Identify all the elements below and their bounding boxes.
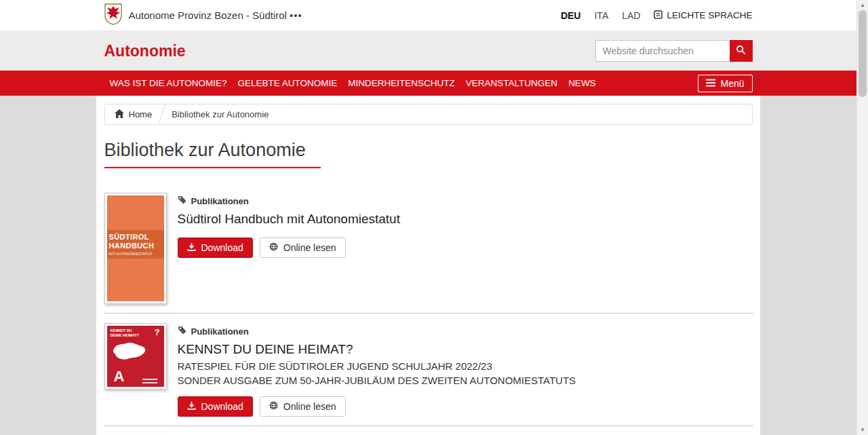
easy-language-label: LEICHTE SPRACHE [667, 10, 752, 20]
category-label: Publikationen [178, 195, 753, 206]
category-label: Publikationen [178, 326, 753, 337]
vertical-scrollbar[interactable]: ▲ ▼ [856, 0, 868, 435]
publication-item: KENNST DU DEINE HEIMAT? ? A [104, 323, 753, 417]
download-icon [187, 242, 196, 253]
page-shell: Autonome Provinz Bozen - Südtirol ••• DE… [0, 0, 856, 435]
lang-lad[interactable]: LAD [622, 10, 640, 21]
cover-image-suedtirol-handbuch: SÜDTIROL HANDBUCH MIT AUTONOMIESTATUT [107, 195, 164, 301]
search-icon [736, 45, 746, 57]
online-read-button[interactable]: Online lesen [260, 238, 346, 258]
search-button[interactable] [730, 40, 753, 62]
cover-text: ? [155, 327, 160, 337]
publication-list: SÜDTIROL HANDBUCH MIT AUTONOMIESTATUT [104, 193, 753, 435]
site-name: Autonome Provinz Bozen - Südtirol [129, 10, 287, 21]
download-button-label: Download [201, 401, 243, 412]
category-text: Publikationen [191, 196, 249, 206]
site-search [595, 40, 753, 62]
map-silhouette [111, 341, 148, 364]
nav-item-minderheitenschutz[interactable]: MINDERHEITENSCHUTZ [348, 78, 455, 88]
online-read-button[interactable]: Online lesen [260, 396, 346, 417]
hamburger-icon [706, 78, 715, 89]
download-button-label: Download [201, 242, 243, 253]
tag-icon [178, 195, 186, 206]
menu-button-label: Menü [720, 78, 744, 89]
scrollbar-thumb[interactable] [859, 10, 867, 97]
breadcrumb-current: Bibliothek zur Autonomie [172, 109, 269, 119]
tag-icon [178, 326, 186, 337]
coat-of-arms-icon [104, 3, 122, 28]
breadcrumb-home-link[interactable]: Home [115, 109, 153, 120]
download-button[interactable]: Download [178, 396, 253, 417]
cover-decoration [142, 379, 157, 380]
cover-text: DEINE HEIMAT? [111, 333, 139, 338]
globe-icon [269, 242, 278, 253]
publication-title: KENNST DU DEINE HEIMAT? [178, 342, 753, 357]
item-separator [104, 313, 753, 314]
nav-item-news[interactable]: NEWS [568, 78, 596, 88]
lang-deu[interactable]: DEU [561, 10, 581, 21]
more-options-button[interactable]: ••• [290, 10, 302, 21]
globe-icon [269, 401, 278, 412]
content-area: Home Bibliothek zur Autonomie Bibliothek… [96, 96, 760, 435]
site-section-title: Autonomie [104, 42, 186, 60]
easy-language-icon [654, 10, 663, 21]
breadcrumb-home-label: Home [129, 109, 153, 119]
search-input[interactable] [595, 40, 730, 62]
nav-item-gelebte-autonomie[interactable]: GELEBTE AUTONOMIE [238, 78, 338, 88]
nav-item-was-ist-die-autonomie[interactable]: WAS IST DIE AUTONOMIE? [110, 78, 227, 88]
publication-subtitle: RATESPIEL FÜR DIE SÜDTIROLER JUGEND SCHU… [178, 360, 753, 374]
lang-ita[interactable]: ITA [594, 10, 608, 21]
download-button[interactable]: Download [178, 238, 253, 258]
site-brand-link[interactable]: Autonome Provinz Bozen - Südtirol [104, 3, 287, 28]
cover-text: MIT AUTONOMIESTATUT [109, 252, 162, 256]
publication-subtitle: SONDER AUSGABE ZUM 50-JAHR-JUBILÄUM DES … [178, 374, 753, 388]
publication-item: SÜDTIROL HANDBUCH MIT AUTONOMIESTATUT [104, 193, 753, 304]
publication-title: Südtirol Handbuch mit Autonomiestatut [178, 212, 753, 227]
breadcrumb: Home Bibliothek zur Autonomie [104, 104, 753, 125]
language-switcher: DEU ITA LAD LEICHTE SPRACHE [561, 10, 753, 21]
easy-language-link[interactable]: LEICHTE SPRACHE [654, 10, 752, 21]
site-header: Autonomie [0, 31, 856, 71]
online-read-button-label: Online lesen [283, 401, 336, 412]
scroll-down-button[interactable]: ▼ [857, 425, 868, 435]
online-read-button-label: Online lesen [283, 242, 336, 253]
publication-cover-link[interactable]: KENNST DU DEINE HEIMAT? ? A [104, 323, 167, 390]
publication-cover-link[interactable]: SÜDTIROL HANDBUCH MIT AUTONOMIESTATUT [104, 193, 167, 304]
category-text: Publikationen [191, 326, 249, 337]
breadcrumb-separator [159, 105, 165, 124]
page-title: Bibliothek zur Autonomie [104, 140, 321, 168]
cover-text: A [114, 368, 125, 385]
item-separator [104, 425, 753, 426]
nav-item-veranstaltungen[interactable]: VERANSTALTUNGEN [466, 78, 557, 88]
cover-text: SÜDTIROL [109, 233, 162, 241]
cover-text: HANDBUCH [109, 242, 162, 250]
cover-text: KENNST DU [111, 328, 139, 333]
cover-image-kennst-du-deine-heimat: KENNST DU DEINE HEIMAT? ? A [107, 326, 164, 387]
download-icon [187, 401, 196, 412]
main-navigation: WAS IST DIE AUTONOMIE? GELEBTE AUTONOMIE… [0, 71, 856, 96]
scroll-up-button[interactable]: ▲ [857, 0, 868, 10]
top-bar: Autonome Provinz Bozen - Südtirol ••• DE… [0, 0, 856, 31]
menu-button[interactable]: Menü [698, 75, 752, 92]
home-icon [115, 109, 124, 120]
